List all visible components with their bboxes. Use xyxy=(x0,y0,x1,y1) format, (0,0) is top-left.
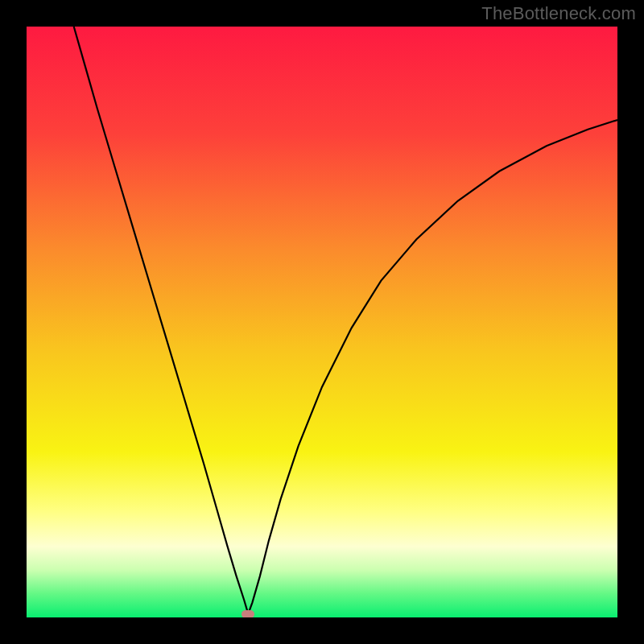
minimum-marker xyxy=(242,610,254,617)
chart-frame: TheBottleneck.com xyxy=(0,0,644,644)
bottleneck-curve-path xyxy=(74,27,617,614)
watermark-text: TheBottleneck.com xyxy=(481,3,636,24)
plot-area xyxy=(27,27,617,617)
curve-svg xyxy=(27,27,617,617)
